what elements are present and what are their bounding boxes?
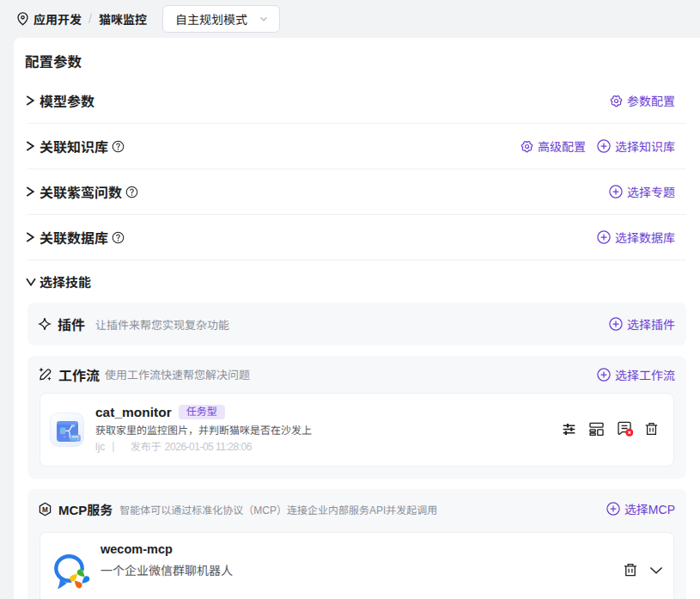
svg-text:M: M (42, 505, 48, 513)
